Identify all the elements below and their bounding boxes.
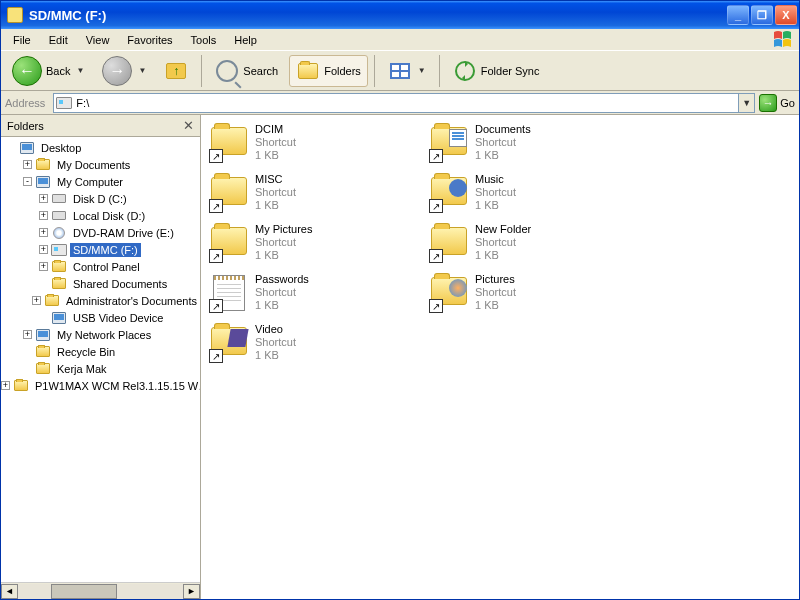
maximize-button[interactable]: ❐ xyxy=(751,5,773,25)
tree-item-icon xyxy=(51,311,67,325)
expand-toggle-icon[interactable]: + xyxy=(39,262,48,271)
horizontal-scrollbar[interactable]: ◄ ► xyxy=(1,582,200,599)
item-type: Shortcut xyxy=(255,236,312,249)
file-list[interactable]: ↗ DCIM Shortcut 1 KB ↗ Documents Shortcu… xyxy=(201,115,799,599)
up-folder-icon: ↑ xyxy=(166,63,186,79)
item-name: New Folder xyxy=(475,223,531,236)
expand-toggle-icon[interactable]: + xyxy=(39,245,48,254)
scroll-track[interactable] xyxy=(18,584,183,599)
file-item[interactable]: ↗ Passwords Shortcut 1 KB xyxy=(207,271,427,321)
expand-toggle-icon[interactable]: + xyxy=(23,330,32,339)
tree-item-label: Desktop xyxy=(38,141,84,155)
tree-node[interactable]: +My Documents xyxy=(1,156,200,173)
item-name: Video xyxy=(255,323,296,336)
up-button[interactable]: ↑ xyxy=(157,55,195,87)
folders-panel: Folders ✕ Desktop+My Documents-My Comput… xyxy=(1,115,201,599)
item-name: Music xyxy=(475,173,516,186)
minimize-button[interactable]: _ xyxy=(727,5,749,25)
scroll-left-button[interactable]: ◄ xyxy=(1,584,18,599)
file-item[interactable]: ↗ Music Shortcut 1 KB xyxy=(427,171,647,221)
chevron-down-icon[interactable]: ▼ xyxy=(418,66,426,75)
tree-node[interactable]: +My Network Places xyxy=(1,326,200,343)
shortcut-arrow-icon: ↗ xyxy=(209,299,223,313)
go-button[interactable]: → Go xyxy=(759,94,795,112)
tree-node[interactable]: Recycle Bin xyxy=(1,343,200,360)
tree-node[interactable]: +Administrator's Documents xyxy=(1,292,200,309)
chevron-down-icon[interactable]: ▼ xyxy=(76,66,84,75)
tree-item-label: SD/MMC (F:) xyxy=(70,243,141,257)
menu-edit[interactable]: Edit xyxy=(41,32,76,48)
file-item[interactable]: ↗ New Folder Shortcut 1 KB xyxy=(427,221,647,271)
item-size: 1 KB xyxy=(475,149,531,162)
menu-favorites[interactable]: Favorites xyxy=(119,32,180,48)
menu-view[interactable]: View xyxy=(78,32,118,48)
menu-tools[interactable]: Tools xyxy=(183,32,225,48)
tree-node[interactable]: Desktop xyxy=(1,139,200,156)
tree-item-icon xyxy=(35,362,51,376)
file-item[interactable]: ↗ DCIM Shortcut 1 KB xyxy=(207,121,427,171)
expand-toggle-icon[interactable]: - xyxy=(23,177,32,186)
item-type: Shortcut xyxy=(475,236,531,249)
chevron-down-icon[interactable]: ▼ xyxy=(138,66,146,75)
shortcut-arrow-icon: ↗ xyxy=(429,299,443,313)
forward-button[interactable]: → ▼ xyxy=(95,52,153,90)
tree-item-label: Recycle Bin xyxy=(54,345,118,359)
tree-node[interactable]: +DVD-RAM Drive (E:) xyxy=(1,224,200,241)
expand-toggle-icon[interactable]: + xyxy=(1,381,10,390)
expand-toggle-icon[interactable]: + xyxy=(39,194,48,203)
tree-node[interactable]: +Disk D (C:) xyxy=(1,190,200,207)
expand-toggle-icon[interactable]: + xyxy=(39,211,48,220)
separator xyxy=(201,55,202,87)
separator xyxy=(439,55,440,87)
scroll-right-button[interactable]: ► xyxy=(183,584,200,599)
tree-node[interactable]: USB Video Device xyxy=(1,309,200,326)
expand-toggle-icon[interactable]: + xyxy=(32,296,41,305)
file-item[interactable]: ↗ MISC Shortcut 1 KB xyxy=(207,171,427,221)
tree-node[interactable]: Kerja Mak xyxy=(1,360,200,377)
search-button[interactable]: Search xyxy=(208,55,285,87)
file-item[interactable]: ↗ Pictures Shortcut 1 KB xyxy=(427,271,647,321)
tree-node[interactable]: +SD/MMC (F:) xyxy=(1,241,200,258)
address-input[interactable]: F:\ ▼ xyxy=(53,93,755,113)
search-icon xyxy=(216,60,238,82)
music-overlay-icon xyxy=(449,179,467,197)
file-item[interactable]: ↗ Video Shortcut 1 KB xyxy=(207,321,647,371)
tree-item-icon xyxy=(35,175,51,189)
address-dropdown-icon[interactable]: ▼ xyxy=(738,94,754,112)
file-item[interactable]: ↗ Documents Shortcut 1 KB xyxy=(427,121,647,171)
views-button[interactable]: ▼ xyxy=(381,55,433,87)
close-button[interactable]: X xyxy=(775,5,797,25)
toolbar: ← Back ▼ → ▼ ↑ Search Folders ▼ Folder S… xyxy=(1,51,799,91)
folders-panel-header: Folders ✕ xyxy=(1,115,200,137)
item-size: 1 KB xyxy=(255,349,296,362)
tree-node[interactable]: -My Computer xyxy=(1,173,200,190)
folder-sync-button[interactable]: Folder Sync xyxy=(446,55,547,87)
close-panel-icon[interactable]: ✕ xyxy=(183,118,194,133)
shortcut-arrow-icon: ↗ xyxy=(209,149,223,163)
back-button[interactable]: ← Back ▼ xyxy=(5,52,91,90)
tree-item-icon xyxy=(51,192,67,206)
folder-tree[interactable]: Desktop+My Documents-My Computer+Disk D … xyxy=(1,137,200,582)
tree-item-icon xyxy=(19,141,35,155)
scroll-thumb[interactable] xyxy=(51,584,117,599)
item-type: Shortcut xyxy=(475,186,516,199)
menu-help[interactable]: Help xyxy=(226,32,265,48)
tree-node[interactable]: +P1W1MAX WCM Rel3.1.15.15 W… xyxy=(1,377,200,394)
item-name: My Pictures xyxy=(255,223,312,236)
expand-toggle-icon[interactable]: + xyxy=(23,160,32,169)
titlebar[interactable]: SD/MMC (F:) _ ❐ X xyxy=(1,1,799,29)
menu-file[interactable]: File xyxy=(5,32,39,48)
back-arrow-icon: ← xyxy=(12,56,42,86)
tree-node[interactable]: +Control Panel xyxy=(1,258,200,275)
go-arrow-icon: → xyxy=(759,94,777,112)
tree-node[interactable]: +Local Disk (D:) xyxy=(1,207,200,224)
item-name: MISC xyxy=(255,173,296,186)
item-size: 1 KB xyxy=(255,199,296,212)
expand-toggle-icon[interactable]: + xyxy=(39,228,48,237)
folders-button[interactable]: Folders xyxy=(289,55,368,87)
file-item[interactable]: ↗ My Pictures Shortcut 1 KB xyxy=(207,221,427,271)
item-size: 1 KB xyxy=(255,149,296,162)
tree-node[interactable]: Shared Documents xyxy=(1,275,200,292)
item-size: 1 KB xyxy=(475,299,516,312)
tree-item-label: USB Video Device xyxy=(70,311,166,325)
